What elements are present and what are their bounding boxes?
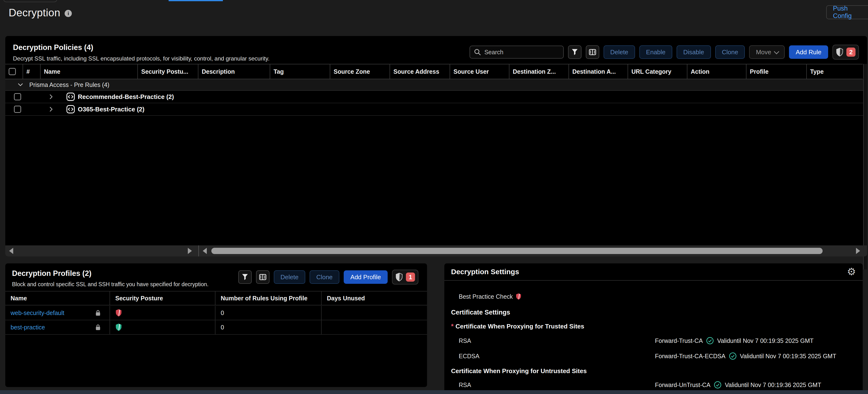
col-tag[interactable]: Tag — [270, 64, 330, 79]
col-rules-using-profile[interactable]: Number of Rules Using Profile — [215, 292, 321, 305]
rule-name[interactable]: O365-Best-Practice (2) — [78, 106, 144, 113]
rule-group-label: Prisma Access - Pre Rules (4) — [29, 81, 109, 88]
policies-description: Decrypt SSL traffic, including SSL encap… — [13, 55, 270, 62]
col-days-unused[interactable]: Days Unused — [321, 292, 427, 305]
col-source-address[interactable]: Source Address — [390, 64, 450, 79]
columns-button[interactable] — [586, 45, 599, 59]
col-type[interactable]: Type — [807, 64, 863, 79]
col-url-category[interactable]: URL Category — [628, 64, 687, 79]
profiles-table-header: Name Security Posture Number of Rules Us… — [5, 291, 427, 305]
shield-half-icon — [395, 273, 403, 282]
col-name[interactable]: Name — [40, 64, 138, 79]
rules-using-cell: 0 — [215, 306, 321, 320]
select-all-checkbox[interactable] — [9, 68, 16, 75]
untrusted-rsa-row: RSA Forward-UnTrust-CA Validuntil Nov 7 … — [444, 380, 863, 390]
cert-type-label: ECDSA — [459, 353, 479, 360]
col-profile[interactable]: Profile — [746, 64, 807, 79]
move-button[interactable]: Move — [749, 45, 785, 59]
search-box[interactable] — [469, 45, 564, 59]
trusted-sites-heading: Certificate When Proxying for Trusted Si… — [456, 323, 584, 330]
scroll-left-arrow-icon[interactable] — [203, 248, 207, 254]
profiles-toolbar: Delete Clone Add Profile 1 — [238, 270, 418, 285]
best-practice-check-label: Best Practice Check — [459, 293, 513, 300]
best-practice-check-row: Best Practice Check — [444, 291, 863, 302]
scroll-left-arrow-icon[interactable] — [9, 248, 13, 254]
rule-name[interactable]: Recommended-Best-Practice (2) — [78, 93, 174, 101]
chevron-right-icon[interactable] — [50, 94, 53, 99]
valid-check-icon — [706, 337, 714, 344]
delete-button[interactable]: Delete — [274, 270, 305, 284]
col-name[interactable]: Name — [5, 292, 110, 305]
policies-title: Decryption Policies (4) — [13, 43, 270, 52]
rules-using-cell: 0 — [215, 320, 321, 334]
scroll-right-arrow-icon[interactable] — [856, 248, 860, 254]
add-rule-button[interactable]: Add Rule — [789, 45, 828, 59]
rule-group-row[interactable]: Prisma Access - Pre Rules (4) — [5, 79, 863, 91]
add-profile-button[interactable]: Add Profile — [344, 270, 388, 284]
table-row[interactable]: best-practice 0 — [5, 320, 427, 335]
posture-count-badge: 1 — [406, 272, 415, 282]
scroll-right-arrow-icon[interactable] — [188, 248, 192, 254]
move-label: Move — [756, 48, 771, 56]
col-action[interactable]: Action — [687, 64, 746, 79]
search-input[interactable] — [485, 49, 557, 56]
columns-button[interactable] — [256, 270, 270, 284]
header-checkbox-cell — [5, 64, 23, 79]
bottom-bar-fragment — [0, 390, 868, 394]
col-source-zone[interactable]: Source Zone — [330, 64, 390, 79]
col-number[interactable]: # — [23, 64, 40, 79]
clone-button[interactable]: Clone — [310, 270, 339, 284]
columns-icon — [589, 49, 596, 56]
untrusted-sites-heading-row: Certificate When Proxying for Untrusted … — [444, 366, 863, 376]
security-posture-cell — [110, 320, 215, 334]
profile-name-link[interactable]: web-security-default — [10, 309, 64, 317]
gear-icon[interactable]: ⚙ — [847, 267, 856, 277]
profile-name-cell: best-practice — [5, 320, 110, 334]
days-unused-cell — [321, 320, 427, 334]
profile-name-cell: web-security-default — [5, 306, 110, 320]
row-checkbox[interactable] — [14, 106, 21, 113]
scrollbar-thumb[interactable] — [211, 248, 823, 254]
posture-count-badge: 2 — [846, 47, 856, 57]
push-config-button[interactable]: Push Config — [826, 5, 868, 19]
decryption-policies-panel: Decryption Policies (4) Decrypt SSL traf… — [5, 36, 867, 256]
filter-button[interactable] — [568, 45, 582, 59]
cert-type-label: RSA — [459, 337, 471, 344]
cert-name: Forward-UnTrust-CA — [655, 382, 710, 389]
filter-button[interactable] — [238, 270, 252, 284]
row-checkbox[interactable] — [14, 93, 21, 100]
col-destination-zone[interactable]: Destination Z... — [509, 64, 569, 79]
cert-name: Forward-Trust-CA-ECDSA — [655, 353, 725, 360]
col-description[interactable]: Description — [198, 64, 270, 79]
cert-validity: Validuntil Nov 7 00:19:35 2025 GMT — [717, 337, 813, 344]
profile-name-link[interactable]: best-practice — [10, 324, 45, 331]
col-source-user[interactable]: Source User — [450, 64, 509, 79]
table-row[interactable]: O365-Best-Practice (2) — [5, 103, 863, 116]
disable-button[interactable]: Disable — [677, 45, 711, 59]
table-row[interactable]: Recommended-Best-Practice (2) — [5, 91, 863, 103]
vertical-scrollbar-track[interactable] — [863, 64, 867, 269]
col-destination-address[interactable]: Destination A... — [569, 64, 628, 79]
cert-validity: Validuntil Nov 7 00:19:36 2025 GMT — [725, 382, 821, 389]
enable-button[interactable]: Enable — [639, 45, 672, 59]
certificate-settings-heading-row: Certificate Settings — [444, 307, 863, 318]
col-security-posture[interactable]: Security Posture — [110, 292, 215, 305]
days-unused-cell — [321, 306, 427, 320]
col-security-posture[interactable]: Security Postu... — [138, 64, 198, 79]
cert-type-label: RSA — [459, 382, 471, 389]
posture-badge-group[interactable]: 2 — [833, 45, 859, 60]
chevron-down-icon — [774, 49, 779, 55]
trusted-rsa-row: RSA Forward-Trust-CA Validuntil Nov 7 00… — [444, 335, 863, 346]
delete-button[interactable]: Delete — [603, 45, 635, 59]
decryption-profiles-panel: Decryption Profiles (2) Block and contro… — [5, 263, 427, 387]
table-row[interactable]: web-security-default 0 — [5, 306, 427, 320]
horizontal-scrollbar[interactable] — [5, 245, 867, 256]
profiles-title: Decryption Profiles (2) — [12, 269, 209, 278]
clone-button[interactable]: Clone — [715, 45, 745, 59]
posture-badge-group[interactable]: 1 — [392, 270, 418, 285]
chevron-right-icon[interactable] — [50, 107, 53, 112]
shield-red-icon — [115, 309, 122, 317]
policies-table-header: # Name Security Postu... Description Tag… — [5, 64, 863, 79]
columns-icon — [259, 274, 266, 281]
info-icon[interactable]: i — [65, 10, 72, 17]
